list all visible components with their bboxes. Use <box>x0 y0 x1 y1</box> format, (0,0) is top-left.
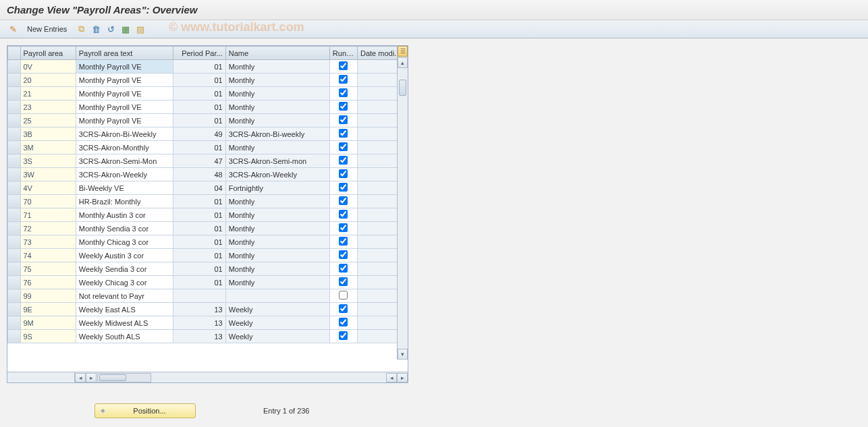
run-checkbox[interactable] <box>339 102 348 111</box>
row-handle[interactable] <box>8 87 21 101</box>
table-row[interactable]: 99Not relevant to Payr <box>8 289 408 303</box>
cell-payroll-area-text[interactable]: Monthly Sendia 3 cor <box>76 222 173 235</box>
cell-payroll-area-text[interactable]: Monthly Payroll VE <box>76 114 173 127</box>
cell-run[interactable] <box>329 168 357 181</box>
table-row[interactable]: 9EWeekly East ALS13Weekly9 <box>8 303 408 316</box>
cell-payroll-area[interactable]: 9E <box>20 303 76 316</box>
row-handle[interactable] <box>8 74 21 87</box>
row-handle[interactable] <box>8 154 21 168</box>
cell-payroll-area-text[interactable]: 3CRS-Akron-Weekly <box>76 168 173 181</box>
cell-run[interactable] <box>329 114 357 127</box>
run-checkbox[interactable] <box>339 75 348 84</box>
cell-run[interactable] <box>329 303 357 316</box>
cell-run[interactable] <box>329 330 357 343</box>
toggle-icon[interactable]: ✎ <box>7 23 19 35</box>
cell-payroll-area-text[interactable]: HR-Brazil: Monthly <box>76 195 173 208</box>
new-entries-button[interactable]: New Entries <box>22 23 72 35</box>
run-checkbox[interactable] <box>339 169 348 178</box>
cell-payroll-area[interactable]: 3B <box>20 127 76 141</box>
table-row[interactable]: 20Monthly Payroll VE01Monthly <box>8 74 408 87</box>
copy-icon[interactable]: ⧉ <box>75 23 87 35</box>
table-row[interactable]: 74Weekly Austin 3 cor01Monthly <box>8 249 408 262</box>
cell-run[interactable] <box>329 249 357 262</box>
row-handle[interactable] <box>8 60 21 74</box>
table-row[interactable]: 75Weekly Sendia 3 cor01Monthly <box>8 262 408 276</box>
hscroll-left2-icon[interactable]: ◂ <box>386 373 397 382</box>
cell-payroll-area-text[interactable]: Weekly Chicag 3 cor <box>76 276 173 289</box>
cell-run[interactable] <box>329 87 357 101</box>
table-row[interactable]: 3M3CRS-Akron-Monthly01Monthly <box>8 141 408 154</box>
col-payroll-area[interactable]: Payroll area <box>20 47 76 60</box>
run-checkbox[interactable] <box>339 129 348 138</box>
cell-run[interactable] <box>329 127 357 141</box>
cell-run[interactable] <box>329 316 357 330</box>
table-row[interactable]: 9SWeekly South ALS13Weekly9 <box>8 330 408 343</box>
run-checkbox[interactable] <box>339 304 348 313</box>
run-checkbox[interactable] <box>339 196 348 205</box>
cell-payroll-area-text[interactable]: 3CRS-Akron-Bi-Weekly <box>76 127 173 141</box>
row-handle[interactable] <box>8 114 21 127</box>
cell-payroll-area[interactable]: 99 <box>20 289 76 303</box>
table-row[interactable]: 0VMonthly Payroll VE01Monthly <box>8 60 408 74</box>
hscroll-left-icon[interactable]: ◂ <box>75 373 86 382</box>
run-checkbox[interactable] <box>339 115 348 124</box>
position-button[interactable]: ⌖ Position... <box>94 403 196 418</box>
cell-payroll-area-text[interactable]: 3CRS-Akron-Semi-Mon <box>76 154 173 168</box>
table-row[interactable]: 72Monthly Sendia 3 cor01Monthly <box>8 222 408 235</box>
row-handle[interactable] <box>8 181 21 195</box>
cell-payroll-area-text[interactable]: Monthly Payroll VE <box>76 101 173 114</box>
cell-payroll-area[interactable]: 3M <box>20 141 76 154</box>
row-handle[interactable] <box>8 289 21 303</box>
cell-payroll-area-text[interactable]: Weekly South ALS <box>76 330 173 343</box>
col-run[interactable]: Run ... <box>329 47 357 60</box>
cell-run[interactable] <box>329 60 357 74</box>
table-row[interactable]: 73Monthly Chicag 3 cor01Monthly <box>8 235 408 249</box>
row-handle[interactable] <box>8 208 21 222</box>
hscroll-track[interactable] <box>97 373 151 382</box>
table-row[interactable]: 4VBi-Weekly VE04Fortnightly0 <box>8 181 408 195</box>
cell-payroll-area-text[interactable]: Monthly Payroll VE <box>76 60 173 74</box>
cell-payroll-area-text[interactable]: Not relevant to Payr <box>76 289 173 303</box>
hscroll-right2-icon[interactable]: ▸ <box>397 373 408 382</box>
row-handle[interactable] <box>8 101 21 114</box>
row-handle[interactable] <box>8 330 21 343</box>
run-checkbox[interactable] <box>339 277 348 286</box>
cell-run[interactable] <box>329 195 357 208</box>
run-checkbox[interactable] <box>339 331 348 340</box>
delete-icon[interactable]: 🗑 <box>90 23 102 35</box>
cell-payroll-area[interactable]: 25 <box>20 114 76 127</box>
row-handle[interactable] <box>8 127 21 141</box>
cell-payroll-area[interactable]: 73 <box>20 235 76 249</box>
row-selector-header[interactable] <box>8 47 21 60</box>
run-checkbox[interactable] <box>339 291 348 300</box>
cell-run[interactable] <box>329 101 357 114</box>
table-row[interactable]: 70HR-Brazil: Monthly01Monthly <box>8 195 408 208</box>
cell-payroll-area[interactable]: 71 <box>20 208 76 222</box>
table-row[interactable]: 21Monthly Payroll VE01Monthly <box>8 87 408 101</box>
vertical-scrollbar[interactable]: ☰ ▴ ▾ <box>397 46 408 360</box>
row-handle[interactable] <box>8 303 21 316</box>
run-checkbox[interactable] <box>339 264 348 273</box>
row-handle[interactable] <box>8 195 21 208</box>
cell-payroll-area[interactable]: 75 <box>20 262 76 276</box>
scroll-down-icon[interactable]: ▾ <box>398 349 408 360</box>
cell-run[interactable] <box>329 154 357 168</box>
deselect-all-icon[interactable]: ▨ <box>134 23 146 35</box>
run-checkbox[interactable] <box>339 237 348 246</box>
cell-payroll-area-text[interactable]: Monthly Chicag 3 cor <box>76 235 173 249</box>
cell-payroll-area[interactable]: 3S <box>20 154 76 168</box>
scroll-up-icon[interactable]: ▴ <box>398 57 408 68</box>
row-handle[interactable] <box>8 316 21 330</box>
row-handle[interactable] <box>8 276 21 289</box>
cell-payroll-area[interactable]: 21 <box>20 87 76 101</box>
run-checkbox[interactable] <box>339 61 348 70</box>
cell-run[interactable] <box>329 208 357 222</box>
cell-payroll-area-text[interactable]: Weekly Austin 3 cor <box>76 249 173 262</box>
run-checkbox[interactable] <box>339 250 348 259</box>
select-all-icon[interactable]: ▦ <box>119 23 132 35</box>
run-checkbox[interactable] <box>339 183 348 192</box>
table-row[interactable]: 3B3CRS-Akron-Bi-Weekly493CRS-Akron-Bi-we… <box>8 127 408 141</box>
table-row[interactable]: 25Monthly Payroll VE01Monthly <box>8 114 408 127</box>
col-payroll-area-text[interactable]: Payroll area text <box>76 47 173 60</box>
cell-payroll-area[interactable]: 4V <box>20 181 76 195</box>
